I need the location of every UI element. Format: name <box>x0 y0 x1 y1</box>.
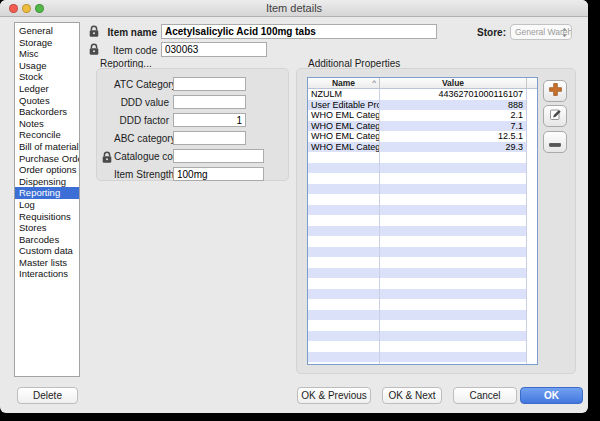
table-row-empty[interactable] <box>308 247 537 258</box>
table-row[interactable]: User Editable Property888 <box>308 100 537 111</box>
table-row-empty[interactable] <box>308 289 537 300</box>
scrollbar-strip <box>527 257 537 268</box>
scrollbar-strip <box>527 331 537 342</box>
field-input-atc-category[interactable] <box>173 77 246 91</box>
table-row-empty[interactable] <box>308 299 537 310</box>
table-row-empty[interactable] <box>308 310 537 321</box>
table-row-empty[interactable] <box>308 205 537 216</box>
sidebar-item-bill-of-materials[interactable]: Bill of materials <box>15 141 79 153</box>
sidebar-item-general[interactable]: General <box>15 25 79 37</box>
screen-background: Item details GeneralStorageMiscUsageStoc… <box>0 0 600 421</box>
table-row-empty[interactable] <box>308 268 537 279</box>
minimize-window-button[interactable] <box>22 4 31 13</box>
table-row-empty[interactable] <box>308 194 537 205</box>
item-code-input[interactable]: 030063 <box>161 42 267 57</box>
minus-icon <box>549 133 561 151</box>
table-row-empty[interactable] <box>308 352 537 363</box>
table-row-empty[interactable] <box>308 362 537 365</box>
edit-property-button[interactable] <box>543 105 567 127</box>
scrollbar-strip <box>527 341 537 352</box>
cell-name: User Editable Property <box>308 100 380 111</box>
sidebar-item-notes[interactable]: Notes <box>15 118 79 130</box>
cell-name <box>308 194 380 205</box>
remove-property-button[interactable] <box>543 131 567 153</box>
sidebar-item-requisitions[interactable]: Requisitions <box>15 211 79 223</box>
table-row-empty[interactable] <box>308 173 537 184</box>
field-input-catalogue-code[interactable] <box>173 149 264 163</box>
scrollbar-strip <box>527 163 537 174</box>
table-row[interactable]: WHO EML Category7.1 <box>308 121 537 132</box>
delete-button[interactable]: Delete <box>17 387 78 404</box>
sidebar-item-stores[interactable]: Stores <box>15 222 79 234</box>
sidebar-item-barcodes[interactable]: Barcodes <box>15 234 79 246</box>
sidebar-item-ledger[interactable]: Ledger <box>15 83 79 95</box>
scrollbar-strip <box>527 236 537 247</box>
table-row-empty[interactable] <box>308 331 537 342</box>
sidebar-item-usage[interactable]: Usage <box>15 60 79 72</box>
sidebar-item-interactions[interactable]: Interactions <box>15 268 79 280</box>
cell-value <box>380 352 527 363</box>
sidebar-item-dispensing[interactable]: Dispensing <box>15 176 79 188</box>
table-row-empty[interactable] <box>308 163 537 174</box>
sidebar-item-custom-data[interactable]: Custom data <box>15 245 79 257</box>
store-select[interactable]: General Warehouse <box>510 24 572 40</box>
scrollbar-strip <box>527 320 537 331</box>
sidebar-item-order-options[interactable]: Order options <box>15 164 79 176</box>
sidebar-item-reconcile[interactable]: Reconcile <box>15 129 79 141</box>
table-row-empty[interactable] <box>308 184 537 195</box>
add-property-button[interactable] <box>543 80 567 102</box>
sidebar-item-stock[interactable]: Stock <box>15 71 79 83</box>
scrollbar-strip <box>527 268 537 279</box>
sidebar-item-reporting[interactable]: Reporting <box>15 187 79 199</box>
ok-previous-button[interactable]: OK & Previous <box>297 387 371 404</box>
table-row[interactable]: WHO EML Category2.1 <box>308 110 537 121</box>
ok-button[interactable]: OK <box>520 387 583 404</box>
table-row-empty[interactable] <box>308 341 537 352</box>
sidebar-item-log[interactable]: Log <box>15 199 79 211</box>
table-row-empty[interactable] <box>308 226 537 237</box>
column-header-value[interactable]: Value <box>380 78 527 88</box>
item-name-label: Item name <box>95 27 157 38</box>
cell-name <box>308 205 380 216</box>
cancel-button[interactable]: Cancel <box>453 387 517 404</box>
field-input-ddd-value[interactable] <box>173 95 246 109</box>
table-row-empty[interactable] <box>308 278 537 289</box>
table-row-empty[interactable] <box>308 152 537 163</box>
field-input-abc-category[interactable] <box>173 131 246 145</box>
cell-name <box>308 289 380 300</box>
cell-value: 7.1 <box>380 121 527 132</box>
lock-icon-spacer <box>101 78 114 91</box>
cell-name <box>308 152 380 163</box>
cell-name <box>308 173 380 184</box>
sidebar-item-master-lists[interactable]: Master lists <box>15 257 79 269</box>
table-row-empty[interactable] <box>308 320 537 331</box>
ok-next-button[interactable]: OK & Next <box>382 387 442 404</box>
table-row-empty[interactable] <box>308 257 537 268</box>
item-name-input[interactable]: Acetylsalicylic Acid 100mg tabs <box>161 24 437 39</box>
table-row[interactable]: WHO EML Category29.3 <box>308 142 537 153</box>
chevron-up-down-icon <box>560 27 569 38</box>
column-header-name[interactable]: Name ^ <box>308 78 380 88</box>
table-row-empty[interactable] <box>308 236 537 247</box>
field-label-catalogue-code: Catalogue code <box>114 151 169 162</box>
zoom-window-button[interactable] <box>35 4 44 13</box>
cell-value: 29.3 <box>380 142 527 153</box>
reporting-group-box: ATC CategoryDDD valueDDD factor1ABC cate… <box>96 68 289 181</box>
close-window-button[interactable] <box>9 4 18 13</box>
sidebar-item-backorders[interactable]: Backorders <box>15 106 79 118</box>
table-row-empty[interactable] <box>308 215 537 226</box>
sidebar-item-storage[interactable]: Storage <box>15 37 79 49</box>
reporting-fields: ATC CategoryDDD valueDDD factor1ABC cate… <box>101 77 288 181</box>
sidebar-item-quotes[interactable]: Quotes <box>15 95 79 107</box>
field-input-item-strength[interactable]: 100mg <box>173 167 264 181</box>
table-row[interactable]: WHO EML Category12.5.1 <box>308 131 537 142</box>
column-header-value-label: Value <box>442 78 464 88</box>
sidebar-item-purchase-orders[interactable]: Purchase Orders <box>15 153 79 165</box>
cell-value <box>380 341 527 352</box>
scrollbar-strip <box>527 247 537 258</box>
lock-icon <box>101 150 114 163</box>
reporting-field-row: ATC Category <box>101 77 288 91</box>
field-input-ddd-factor[interactable]: 1 <box>173 113 246 127</box>
sidebar-item-misc[interactable]: Misc <box>15 48 79 60</box>
table-row[interactable]: NZULM44362701000116107 <box>308 89 537 100</box>
